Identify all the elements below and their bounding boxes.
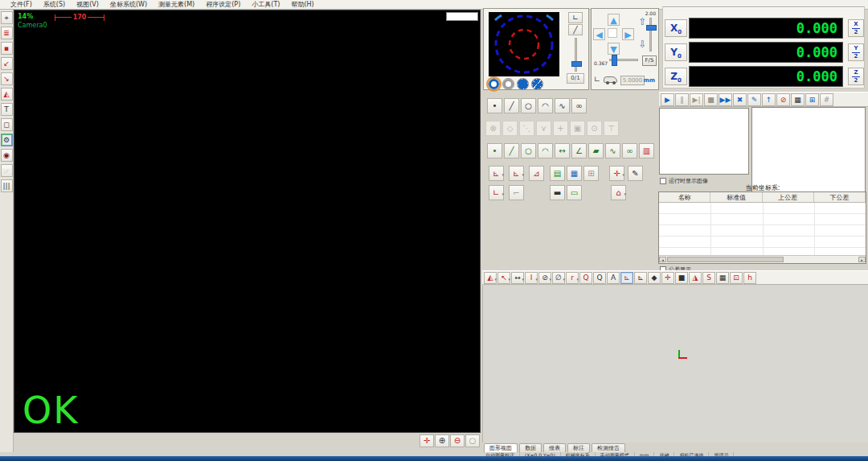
corner-measure2-tool-button[interactable]: ↘ (1, 72, 13, 85)
jog-down-button[interactable]: ▼ (608, 43, 620, 55)
scroll-right-arrow[interactable]: ▸ (858, 257, 866, 262)
report-grid-button[interactable]: ▦ (716, 272, 729, 284)
menu-item[interactable]: 帮助(H) (285, 0, 319, 10)
step-size-input[interactable]: 5.0000 (620, 76, 645, 85)
graph-fill-button[interactable]: ■ (675, 272, 688, 284)
zoom-out-button[interactable]: ⊖ (450, 434, 465, 447)
tools-button[interactable]: ✖ (733, 93, 747, 106)
construct-circle-button[interactable]: ○ (521, 143, 536, 158)
circle-tool-button[interactable]: ○ (521, 98, 536, 113)
scroll-left-arrow[interactable]: ◂ (659, 257, 666, 262)
menu-item[interactable]: 文件(F) (5, 0, 38, 10)
point-tool-button[interactable]: • (487, 98, 502, 113)
graph-zoom-out-button[interactable]: Q (579, 272, 592, 284)
pause-button[interactable]: ‖ (675, 93, 689, 106)
line-tool-button[interactable]: ╱ (504, 98, 519, 113)
roi-tool-button[interactable]: ▪ (1, 42, 13, 55)
view-tab[interactable]: 数据 (519, 443, 542, 452)
graph-pan-button[interactable]: ✛ (661, 272, 674, 284)
select-region-tool-button[interactable]: ◻ (1, 118, 13, 131)
menu-item[interactable]: 测量元素(M) (153, 0, 200, 10)
height-dim-button[interactable]: h (743, 272, 756, 284)
light-intensity-slider[interactable] (575, 38, 577, 72)
dro-x-half-button[interactable]: X2 (848, 19, 864, 37)
datum-xy-button[interactable]: ⊾ (489, 166, 504, 181)
dim-radius-button[interactable]: r (566, 272, 579, 284)
step-run-button[interactable]: ▶| (690, 93, 703, 106)
spc-button[interactable]: S (702, 272, 715, 284)
dim-circle-button[interactable]: ∅ (552, 272, 565, 284)
z-speed-slider[interactable] (649, 18, 652, 51)
probe-edit-button[interactable]: ✎ (628, 166, 643, 181)
options-button[interactable]: # (820, 93, 833, 106)
run-button[interactable]: ▶ (661, 93, 674, 106)
jog-right-button[interactable]: ▶ (622, 28, 634, 40)
stop-button[interactable]: ■ (704, 93, 718, 106)
construct-closed-curve-button[interactable]: ∞ (622, 143, 637, 158)
table-header-cell[interactable]: 标准值 (710, 192, 762, 202)
viewport-corner-input[interactable] (446, 12, 478, 21)
camera-viewport[interactable]: 14% 170 Camera0 OK (14, 10, 481, 433)
table-header-cell[interactable]: 名称 (659, 192, 710, 202)
graph-axes2-button[interactable]: ⊾ (634, 272, 647, 284)
program-step-list[interactable] (659, 108, 749, 175)
save-feature-button[interactable]: ▤ (550, 166, 565, 181)
construct-plane-button[interactable]: ▰ (588, 143, 604, 158)
coax-light-button[interactable] (502, 78, 514, 90)
crosshair-tool-button[interactable]: ⌖ (1, 11, 13, 24)
fast-run-button[interactable]: ▶▶ (719, 93, 732, 106)
datum-line-button[interactable]: ⊾ (509, 166, 524, 181)
datum-skew-button[interactable]: ⊿ (529, 166, 544, 181)
go-home-button[interactable]: ⌂ (611, 185, 626, 200)
table-body[interactable] (659, 203, 866, 255)
dim-diameter-button[interactable]: ⊘ (538, 272, 551, 284)
upload-button[interactable]: ↑ (762, 93, 776, 106)
jog-up-button[interactable]: ▲ (608, 14, 620, 26)
dro-z-label-button[interactable]: Z0 (665, 68, 687, 85)
view-tab[interactable]: 图形视图 (484, 443, 518, 452)
light-preview-view[interactable] (489, 12, 559, 76)
graph-label-button[interactable]: A (607, 272, 620, 284)
save-program-button[interactable]: ▦ (567, 166, 582, 181)
edit-program-button[interactable]: ✎ (747, 93, 761, 106)
abort-button[interactable]: ⊘ (776, 93, 790, 106)
step-corner-icon[interactable]: ∟ (594, 75, 600, 84)
zoom-in-button[interactable]: ⊕ (435, 434, 449, 447)
dro-y-half-button[interactable]: Y2 (848, 43, 864, 61)
view-tab[interactable]: 报表 (543, 443, 566, 452)
monitor-button[interactable]: ▦ (791, 93, 805, 106)
dro-x-label-button[interactable]: X0 (665, 19, 687, 37)
jog-left-button[interactable]: ◀ (593, 28, 605, 40)
menu-item[interactable]: 坐标系统(W) (104, 0, 153, 10)
construct-line-button[interactable]: ╱ (504, 143, 519, 158)
table-header-cell[interactable]: 上公差 (763, 192, 814, 202)
slider-handle[interactable] (646, 25, 657, 31)
dro-y-label-button[interactable]: Y0 (665, 43, 687, 61)
zoom-fit-button[interactable]: ○ (465, 434, 480, 447)
construct-arc-button[interactable]: ◠ (538, 143, 553, 158)
height-gauge-button[interactable]: ▥ (639, 143, 654, 158)
segment-light-button[interactable] (531, 78, 543, 90)
arc-tool-button[interactable]: ◠ (538, 98, 553, 113)
ring-light-button[interactable] (488, 78, 500, 90)
dim-vertical-button[interactable]: Ⅰ (525, 272, 538, 284)
view-tab[interactable]: 检测报告 (592, 443, 625, 452)
view-tab[interactable]: 标注 (567, 443, 590, 452)
vehicle-move-icon[interactable] (604, 76, 617, 83)
dim-horizontal-button[interactable]: ↔ (511, 272, 524, 284)
light-line-button[interactable]: ╱ (568, 24, 583, 35)
scrollbar-thumb[interactable] (667, 257, 784, 262)
text-tool-button[interactable]: T (1, 103, 13, 116)
export-green-button[interactable]: ▭ (567, 185, 582, 200)
settings-gear-button[interactable]: ⚙ (1, 134, 13, 146)
graph-shape-button[interactable]: ◆ (648, 272, 661, 284)
grid-view-button[interactable]: ⊞ (805, 93, 819, 106)
hand-tool-button[interactable]: ☞ (1, 164, 13, 177)
graph-axes-button[interactable]: ⊾ (620, 272, 633, 284)
construct-angle-button[interactable]: ∠ (571, 143, 587, 158)
closed-curve-tool-button[interactable]: ∞ (571, 98, 587, 113)
construct-curve-button[interactable]: ∿ (605, 143, 620, 158)
corner-measure-tool-button[interactable]: ↙ (1, 57, 13, 70)
center-crosshair-button[interactable]: ✛ (420, 434, 434, 447)
program-result-list[interactable] (751, 107, 866, 196)
